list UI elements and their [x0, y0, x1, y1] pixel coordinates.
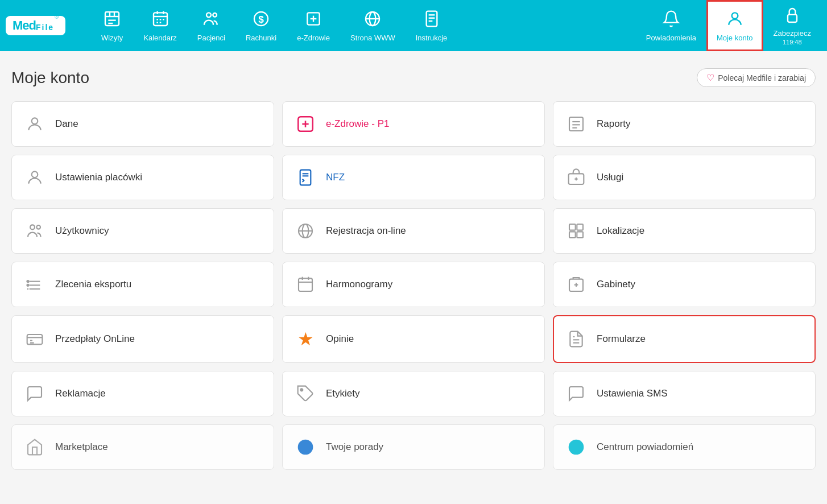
- card-ustawienia-sms[interactable]: Ustawienia SMS: [553, 371, 816, 416]
- card-opinie-label: Opinie: [326, 333, 354, 345]
- card-raporty[interactable]: Raporty: [553, 101, 816, 147]
- formularze-icon: [566, 330, 586, 348]
- nav-kalendarz-label: Kalendarz: [143, 34, 177, 42]
- card-przedplaty-online[interactable]: Przedpłaty OnLine: [11, 315, 274, 363]
- card-rejestracja-online[interactable]: Rejestracja on-line: [282, 208, 545, 254]
- card-twoje-porady[interactable]: Twoje porady: [282, 424, 545, 470]
- svg-rect-67: [27, 334, 43, 344]
- svg-rect-40: [300, 170, 311, 185]
- card-opinie[interactable]: ★ Opinie: [282, 315, 545, 363]
- ezdrowie-p1-icon: [295, 114, 316, 134]
- nav-ezdrowie-label: e-Zdrowie: [297, 34, 330, 42]
- moje-konto-label: Moje konto: [717, 34, 753, 42]
- twoje-porady-icon: [295, 438, 316, 456]
- card-zlecenia-eksportu[interactable]: Zlecenia eksportu: [11, 262, 274, 307]
- zabezpiecz-icon: [783, 6, 801, 28]
- svg-point-58: [27, 280, 28, 282]
- svg-rect-54: [577, 232, 583, 238]
- card-ustawienia-sms-label: Ustawienia SMS: [597, 388, 668, 399]
- card-ezdrowie-p1[interactable]: e-Zdrowie - P1: [282, 101, 545, 147]
- nav-wizyty[interactable]: Wizyty: [91, 0, 133, 51]
- card-nfz[interactable]: NFZ: [282, 155, 545, 200]
- nav-strona-www[interactable]: Strona WWW: [340, 0, 406, 51]
- card-dane-label: Dane: [55, 118, 78, 130]
- card-reklamacje[interactable]: Reklamacje: [11, 371, 274, 416]
- card-centrum-powiadomien-label: Centrum powiadomień: [597, 441, 693, 453]
- card-dane[interactable]: Dane: [11, 101, 274, 147]
- rejestracja-online-icon: [295, 222, 316, 240]
- svg-rect-35: [569, 117, 583, 131]
- svg-point-75: [569, 440, 584, 455]
- card-uzytkownicy-label: Użytkownicy: [55, 225, 109, 237]
- card-raporty-label: Raporty: [597, 118, 631, 130]
- svg-point-15: [206, 13, 211, 17]
- card-marketplace-label: Marketplace: [55, 441, 108, 453]
- card-uzytkownicy[interactable]: Użytkownicy: [11, 208, 274, 254]
- nav-powiadomienia[interactable]: Powiadomienia: [636, 0, 706, 51]
- card-formularze-label: Formularze: [597, 333, 646, 345]
- card-marketplace[interactable]: Marketplace: [11, 424, 274, 470]
- nav-wizyty-label: Wizyty: [101, 34, 123, 42]
- card-lokalizacje-label: Lokalizacje: [597, 225, 644, 237]
- raporty-icon: [566, 115, 586, 133]
- nav-kalendarz[interactable]: Kalendarz: [133, 0, 187, 51]
- header-right: Powiadomienia Moje konto Zabezpiecz 119:…: [636, 0, 821, 51]
- svg-point-29: [731, 13, 738, 19]
- logo-file: File: [36, 23, 54, 31]
- card-harmonogramy[interactable]: Harmonogramy: [282, 262, 545, 307]
- logo[interactable]: Med File ®: [6, 16, 80, 35]
- wizyty-icon: [103, 10, 121, 30]
- nav-pacjenci[interactable]: Pacjenci: [187, 0, 235, 51]
- nav-instrukcje[interactable]: Instrukcje: [406, 0, 458, 51]
- nav-instrukcje-label: Instrukcje: [416, 34, 448, 42]
- card-harmonogramy-label: Harmonogramy: [326, 279, 392, 290]
- svg-point-73: [300, 389, 303, 391]
- nav-zabezpiecz[interactable]: Zabezpiecz 119:48: [763, 0, 821, 51]
- card-centrum-powiadomien[interactable]: Centrum powiadomień: [553, 424, 816, 470]
- logo-reg: ®: [55, 15, 59, 20]
- nav-ezdrowie[interactable]: e-Zdrowie: [287, 0, 340, 51]
- card-formularze[interactable]: Formularze: [553, 315, 816, 363]
- card-reklamacje-label: Reklamacje: [55, 388, 106, 399]
- card-ustawienia-placowki-label: Ustawienia placówki: [55, 172, 142, 183]
- rachunki-icon: $: [252, 10, 270, 30]
- przedplaty-online-icon: [24, 330, 45, 348]
- svg-point-16: [213, 13, 217, 17]
- nav-pacjenci-label: Pacjenci: [197, 34, 225, 42]
- main-nav: Wizyty Kalendarz: [91, 0, 636, 51]
- etykiety-icon: [295, 385, 316, 403]
- nfz-icon: [295, 168, 316, 187]
- card-twoje-porady-label: Twoje porady: [326, 441, 383, 453]
- marketplace-icon: [24, 438, 45, 456]
- card-uslugi[interactable]: Usługi: [553, 155, 816, 200]
- card-uslugi-label: Usługi: [597, 172, 623, 183]
- ustawienia-placowki-icon: [24, 168, 45, 187]
- card-gabinety[interactable]: Gabinety: [553, 262, 816, 307]
- instrukcje-icon: [423, 10, 441, 30]
- card-etykiety-label: Etykiety: [326, 388, 360, 399]
- svg-text:$: $: [258, 13, 264, 24]
- nav-rachunki[interactable]: $ Rachunki: [235, 0, 287, 51]
- nav-moje-konto[interactable]: Moje konto: [706, 0, 763, 51]
- card-ustawienia-placowki[interactable]: Ustawienia placówki: [11, 155, 274, 200]
- svg-point-46: [30, 225, 35, 229]
- svg-rect-60: [299, 278, 312, 291]
- uzytkownicy-icon: [24, 222, 45, 240]
- reklamacje-icon: [24, 385, 45, 403]
- card-lokalizacje[interactable]: Lokalizacje: [553, 208, 816, 254]
- svg-point-39: [32, 171, 38, 177]
- page-title: Moje konto: [11, 69, 89, 87]
- recommend-button[interactable]: ♡ Polecaj Medfile i zarabiaj: [697, 68, 816, 87]
- svg-rect-51: [569, 224, 576, 230]
- svg-rect-53: [569, 232, 576, 238]
- card-etykiety[interactable]: Etykiety: [282, 371, 545, 416]
- zlecenia-eksportu-icon: [24, 275, 45, 294]
- svg-rect-30: [788, 14, 797, 22]
- page-header: Moje konto ♡ Polecaj Medfile i zarabiaj: [11, 68, 816, 87]
- zabezpiecz-label: Zabezpiecz: [774, 29, 811, 38]
- recommend-label: Polecaj Medfile i zarabiaj: [718, 73, 806, 82]
- logo-med: Med: [13, 19, 36, 32]
- powiadomienia-icon: [662, 10, 680, 31]
- gabinety-icon: [566, 275, 586, 294]
- card-ezdrowie-p1-label: e-Zdrowie - P1: [326, 118, 389, 130]
